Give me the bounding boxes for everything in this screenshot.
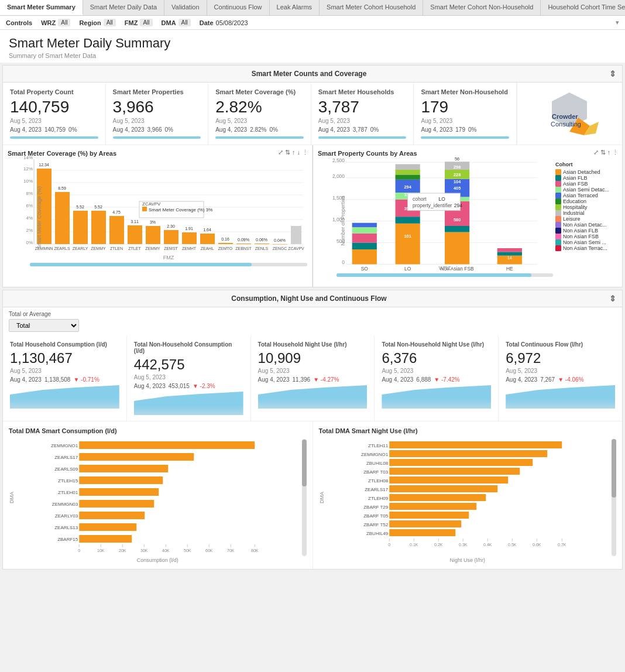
svg-rect-175 xyxy=(389,503,476,510)
fmz-control[interactable]: FMZ All xyxy=(125,19,153,26)
wrz-label: WRZ xyxy=(41,19,56,26)
kpi-sm-households-date: Aug 5, 2023 xyxy=(318,118,407,124)
svg-text:ZEARLY: ZEARLY xyxy=(73,246,88,251)
wrz-control[interactable]: WRZ All xyxy=(41,19,70,26)
svg-rect-169 xyxy=(389,476,508,484)
svg-text:ZEARLS: ZEARLS xyxy=(54,246,70,251)
sparkline xyxy=(506,385,615,409)
page-header: Smart Meter Daily Summary Summary of Sma… xyxy=(0,30,625,63)
sparkline xyxy=(10,385,119,409)
cons-hh-night-label: Total Household Night Use (l/hr) xyxy=(258,341,368,348)
controls-label: Controls xyxy=(6,19,32,26)
date-control[interactable]: Date 05/08/2023 xyxy=(200,19,248,26)
svg-text:ZEARLS17: ZEARLS17 xyxy=(365,487,389,492)
tab-continuous-flow[interactable]: Continuous Flow xyxy=(207,0,270,15)
svg-rect-131 xyxy=(79,476,163,484)
cons-non-hh-night-use: Total Non-Household Night Use (l/hr) 6,3… xyxy=(375,335,499,421)
cons-non-hh-label: Total Non-Household Consumption (l/d) xyxy=(134,341,243,354)
svg-rect-125 xyxy=(79,441,255,449)
svg-text:4.75: 4.75 xyxy=(112,210,121,214)
dma-consumption-chart: Total DMA Smart Consumption (l/d) DMA ZE… xyxy=(3,421,313,569)
tab-validation[interactable]: Validation xyxy=(164,0,207,15)
svg-text:ZBARF T03: ZBARF T03 xyxy=(363,469,389,475)
tab-sm-cohort-household[interactable]: Smart Meter Cohort Household xyxy=(320,0,423,15)
dma-y-label: DMA xyxy=(9,439,15,556)
prev-value: 1,138,508 xyxy=(44,376,71,383)
svg-rect-87 xyxy=(396,224,420,265)
consumption-section-header: Consumption, Night Use and Continuous Fl… xyxy=(3,290,622,307)
svg-rect-54 xyxy=(236,244,251,244)
prev-value: 179 xyxy=(455,126,465,133)
kpi-trend-bar xyxy=(215,136,304,139)
tab-sm-cohort-non-household[interactable]: Smart Meter Cohort Non-Household xyxy=(423,0,541,15)
total-average-dropdown[interactable]: Total Average xyxy=(9,319,79,332)
svg-rect-181 xyxy=(389,529,455,536)
svg-rect-57 xyxy=(255,244,269,244)
region-control[interactable]: Region All xyxy=(79,19,115,26)
svg-text:ZTLEH11: ZTLEH11 xyxy=(368,443,389,448)
more-options-icon[interactable]: ⋮ xyxy=(612,149,619,156)
prev-value: 6,888 xyxy=(416,376,431,383)
sort-down-icon[interactable]: ↓ xyxy=(297,149,301,156)
expand-icon[interactable]: ⤢ xyxy=(593,149,599,156)
dma-label: DMA xyxy=(162,19,176,26)
svg-text:cohort: cohort xyxy=(413,196,427,202)
svg-text:ZEARLY03: ZEARLY03 xyxy=(55,513,78,519)
svg-rect-36 xyxy=(128,225,142,244)
expand-arrows-icon[interactable]: ⤢ xyxy=(278,149,283,156)
kpi-sm-coverage-value: 2.82% xyxy=(215,98,304,116)
tab-leak-alarms[interactable]: Leak Alarms xyxy=(270,0,320,15)
svg-text:40K: 40K xyxy=(162,548,170,553)
kpi-change: 0% xyxy=(68,126,77,133)
dma-consumption-x-label: Consumption (l/d) xyxy=(9,557,307,563)
svg-text:ZEMMGNO1: ZEMMGNO1 xyxy=(361,452,389,457)
dma-control[interactable]: DMA All xyxy=(162,19,191,26)
dma-night-y-label: DMA xyxy=(319,439,325,556)
cons-hh-change: ▼ -0.71% xyxy=(73,376,99,383)
svg-text:12%: 12% xyxy=(23,166,33,172)
svg-text:6%: 6% xyxy=(26,203,33,208)
svg-text:ZENLS: ZENLS xyxy=(255,246,269,251)
cons-continuous-flow: Total Continuous Flow (l/hr) 6,972 Aug 5… xyxy=(499,335,622,421)
more-options-icon[interactable]: ⋮ xyxy=(302,149,308,156)
prev-date: Aug 4, 2023 xyxy=(134,383,166,389)
kpi-sm-non-household-date: Aug 5, 2023 xyxy=(421,118,509,124)
kpi-sm-coverage-label: Smart Meter Coverage (%) xyxy=(215,88,304,95)
date-label: Date xyxy=(200,19,214,26)
svg-text:ZEMMY: ZEMMY xyxy=(91,246,106,251)
svg-text:294: 294 xyxy=(454,203,462,208)
crowder-logo-card: Crowder Consulting xyxy=(517,83,622,145)
cons-non-hh-night-change: ▼ -7.42% xyxy=(434,376,459,383)
svg-rect-165 xyxy=(389,459,533,466)
counts-section-title: Smart Meter Counts and Coverage xyxy=(9,70,609,78)
prev-value: 453,015 xyxy=(169,383,190,389)
kpi-sm-non-household-label: Smart Meter Non-Household xyxy=(421,88,509,95)
tab-smart-meter-summary[interactable]: Smart Meter Summary xyxy=(0,0,83,15)
kpi-change: 0% xyxy=(468,126,476,133)
dma-night-x-label: Night Use (l/hr) xyxy=(319,557,617,563)
filter-icon[interactable]: ⇅ xyxy=(600,149,606,156)
tab-smart-meter-daily[interactable]: Smart Meter Daily Data xyxy=(83,0,164,15)
sort-up-icon[interactable]: ↑ xyxy=(607,149,611,156)
tab-household-time-series[interactable]: Household Cohort Time Series Data xyxy=(541,0,625,15)
property-chart-svg: 0 500 1,000 1,500 2,000 2,500 xyxy=(336,159,553,270)
svg-text:ZBARF T05: ZBARF T05 xyxy=(363,513,389,519)
svg-text:80K: 80K xyxy=(251,548,259,553)
expand-icon[interactable]: ⇕ xyxy=(609,294,616,303)
expand-icon[interactable]: ⇕ xyxy=(609,69,616,78)
svg-rect-33 xyxy=(109,216,124,244)
counts-kpi-row: Total Property Count 140,759 Aug 5, 2023… xyxy=(3,83,622,145)
kpi-sm-households: Smart Meter Households 3,787 Aug 5, 2023… xyxy=(311,83,414,145)
counts-section: Smart Meter Counts and Coverage ⇕ Total … xyxy=(2,65,623,287)
charts-row: Smart Meter Coverage (%) by Areas ⤢ ⇅ ↑ … xyxy=(3,145,622,287)
sort-up-icon[interactable]: ↑ xyxy=(292,149,296,156)
svg-rect-88 xyxy=(396,217,420,224)
svg-rect-66 xyxy=(142,207,147,211)
controls-bar: Controls WRZ All Region All FMZ All DMA … xyxy=(0,16,625,30)
kpi-sm-households-value: 3,787 xyxy=(318,98,407,116)
svg-rect-94 xyxy=(396,164,420,170)
svg-text:10%: 10% xyxy=(23,179,33,184)
kpi-trend-bar xyxy=(421,136,509,139)
svg-text:ZEMMGNO1: ZEMMGNO1 xyxy=(51,443,78,448)
filter-icon[interactable]: ⇅ xyxy=(285,149,290,156)
